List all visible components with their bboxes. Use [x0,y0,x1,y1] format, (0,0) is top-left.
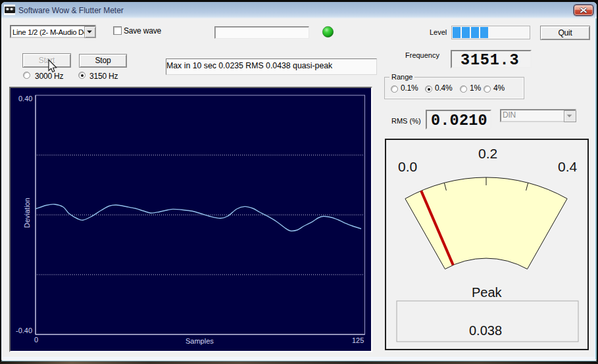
svg-text:-0.40: -0.40 [16,327,32,334]
svg-text:0.038: 0.038 [469,323,502,338]
svg-text:Peak: Peak [472,285,503,300]
svg-text:0.4: 0.4 [558,159,578,174]
svg-text:0.40: 0.40 [18,95,32,102]
svg-text:0: 0 [34,336,38,344]
svg-text:Samples: Samples [186,337,214,345]
svg-text:Deviation: Deviation [23,198,31,228]
svg-text:125: 125 [352,336,364,344]
svg-text:0.2: 0.2 [478,146,497,161]
svg-text:0.0: 0.0 [398,159,417,174]
